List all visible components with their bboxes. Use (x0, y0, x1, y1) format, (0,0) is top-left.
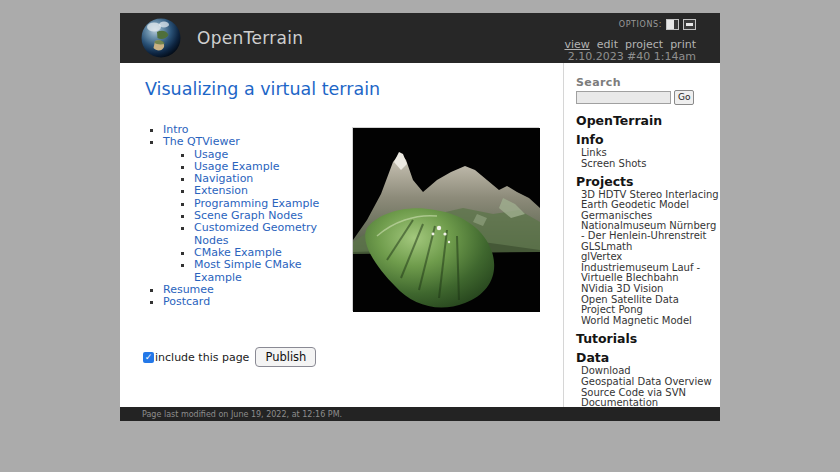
page-title: Visualizing a virtual terrain (145, 79, 563, 100)
toc-link[interactable]: The QTViewer (163, 135, 240, 148)
publish-row: ✓ include this page Publish (143, 347, 563, 367)
toc-link[interactable]: Scene Graph Nodes (194, 209, 303, 222)
terrain-image (352, 127, 539, 311)
publish-button[interactable]: Publish (255, 347, 316, 367)
content: Visualizing a virtual terrain (120, 63, 720, 407)
sidebar-link[interactable]: Geospatial Data Overview (581, 377, 720, 387)
sidebar-link[interactable]: Documentation (581, 398, 720, 407)
full-width-layout-icon[interactable] (683, 19, 696, 30)
toc-link[interactable]: Extension (194, 184, 248, 197)
sidebar-link[interactable]: Links (581, 148, 720, 158)
toc-link[interactable]: CMake Example (194, 246, 282, 259)
options-label: OPTIONS: (619, 20, 662, 29)
main-column: Visualizing a virtual terrain (120, 63, 563, 407)
toc-link[interactable]: Usage (194, 148, 228, 161)
sidebar-section-projects[interactable]: Projects (576, 172, 720, 188)
search-go-button[interactable]: Go (674, 90, 694, 105)
revision-info: 2.10.2023 #40 1:14am (557, 50, 696, 63)
toc-link[interactable]: Navigation (194, 172, 253, 185)
toc-link[interactable]: Usage Example (194, 160, 280, 173)
page: OpenTerrain OPTIONS: vieweditprojectprin… (120, 13, 720, 421)
site-title: OpenTerrain (197, 28, 303, 48)
sidebar-link[interactable]: glVertex (581, 252, 720, 262)
include-page-label[interactable]: include this page (155, 351, 249, 364)
sidebar-link[interactable]: Germanisches Nationalmuseum Nürnberg - D… (581, 211, 720, 240)
options-row: OPTIONS: (557, 18, 696, 30)
toc-link[interactable]: Intro (163, 123, 189, 136)
fixed-width-layout-icon[interactable] (666, 19, 679, 30)
sidebar-link[interactable]: Open Satellite Data (581, 295, 720, 305)
search-input[interactable] (576, 91, 671, 104)
sidebar-link[interactable]: Screen Shots (581, 159, 720, 169)
search-row: Go (576, 90, 720, 104)
header: OpenTerrain OPTIONS: vieweditprojectprin… (120, 13, 720, 63)
globe-logo-icon (141, 18, 181, 58)
sidebar-section-tutorials[interactable]: Tutorials (576, 329, 720, 345)
toc-link[interactable]: Postcard (163, 295, 210, 308)
toc-link[interactable]: Resumee (163, 283, 214, 296)
sidebar-link[interactable]: Industriemuseum Lauf - Virtuelle Blechba… (581, 263, 720, 283)
sidebar-link[interactable]: Earth Geodetic Model (581, 200, 720, 210)
sidebar-link[interactable]: Source Code via SVN (581, 388, 720, 398)
footer: Page last modified on June 19, 2022, at … (120, 407, 720, 421)
header-action-links: vieweditprojectprint (557, 33, 696, 46)
sidebar-link[interactable]: Download (581, 366, 720, 376)
sidebar-section-info[interactable]: Info (576, 130, 720, 146)
sidebar-link[interactable]: World Magnetic Model (581, 316, 720, 326)
sidebar: Search Go OpenTerrain InfoLinksScreen Sh… (563, 63, 720, 407)
toc-link[interactable]: Customized Geometry Nodes (194, 221, 317, 246)
toc-link[interactable]: Most Simple CMake Example (194, 258, 301, 283)
sidebar-site-link[interactable]: OpenTerrain (576, 114, 720, 127)
toc-link[interactable]: Programming Example (194, 197, 319, 210)
sidebar-link[interactable]: NVidia 3D Vision (581, 284, 720, 294)
sidebar-sections: InfoLinksScreen ShotsProjects3D HDTV Ste… (576, 130, 720, 407)
header-right: OPTIONS: vieweditprojectprint 2.10.2023 … (557, 18, 696, 63)
sidebar-link[interactable]: GLSLmath (581, 242, 720, 252)
sidebar-link[interactable]: 3D HDTV Stereo Interlacing (581, 190, 720, 200)
sidebar-link[interactable]: Project Pong (581, 305, 720, 315)
include-page-checkbox[interactable]: ✓ (143, 352, 154, 363)
search-label: Search (576, 76, 720, 87)
sidebar-section-data[interactable]: Data (576, 348, 720, 364)
last-modified-text: Page last modified on June 19, 2022, at … (142, 410, 342, 419)
